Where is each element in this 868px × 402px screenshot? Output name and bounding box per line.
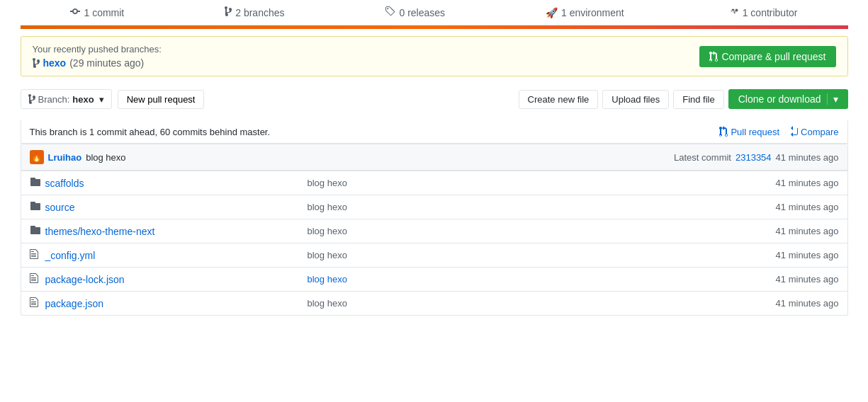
table-row: _config.ymlblog hexo41 minutes ago: [21, 243, 847, 267]
table-row: scaffoldsblog hexo41 minutes ago: [21, 171, 847, 195]
releases-label: 0 releases: [399, 7, 445, 18]
recently-pushed-banner: Your recently pushed branches: hexo (29 …: [21, 36, 848, 76]
branch-status-message: This branch is 1 commit ahead, 60 commit…: [30, 127, 271, 137]
file-commit-message: blog hexo: [308, 298, 733, 309]
environment-stat[interactable]: 🚀 1 environment: [546, 7, 624, 18]
compare-pull-request-button[interactable]: Compare & pull request: [699, 46, 835, 67]
file-list: scaffoldsblog hexo41 minutes agosourcebl…: [21, 171, 848, 316]
file-time: 41 minutes ago: [733, 226, 839, 236]
branch-status-bar: This branch is 1 commit ahead, 60 commit…: [21, 120, 848, 144]
file-icon: [30, 297, 45, 310]
file-time: 41 minutes ago: [733, 274, 839, 285]
upload-files-button[interactable]: Upload files: [602, 90, 669, 109]
create-new-file-button[interactable]: Create new file: [519, 90, 599, 109]
upload-files-label: Upload files: [611, 94, 660, 105]
file-commit-message[interactable]: blog hexo: [308, 274, 733, 285]
commit-icon: [70, 6, 80, 19]
pull-request-link[interactable]: Pull request: [719, 126, 779, 137]
file-icon: [30, 248, 45, 262]
current-branch: hexo: [72, 94, 94, 105]
pushed-branch-name: hexo: [43, 57, 67, 69]
file-commit-message: blog hexo: [308, 250, 733, 260]
file-time: 41 minutes ago: [733, 178, 839, 188]
branch-dropdown-icon: ▾: [99, 94, 104, 105]
folder-icon: [30, 176, 45, 190]
pushed-branch-time: (29 minutes ago): [69, 57, 144, 69]
rocket-icon: 🚀: [546, 7, 558, 18]
repo-stats-bar: 1 commit 2 branches 0 releases 🚀 1 envir…: [21, 0, 848, 25]
table-row: package-lock.jsonblog hexo41 minutes ago: [21, 267, 847, 291]
commit-info-left: 🔥 Lruihao blog hexo: [30, 150, 126, 164]
people-icon: [725, 6, 739, 19]
clone-or-download-button[interactable]: Clone or download ▾: [728, 89, 848, 109]
file-toolbar: Branch: hexo ▾ New pull request Create n…: [21, 84, 848, 115]
pull-request-label: Pull request: [731, 127, 779, 137]
compare-label: Compare: [801, 127, 838, 137]
contributor-label: 1 contributor: [743, 7, 798, 18]
compare-pr-label: Compare & pull request: [721, 51, 825, 62]
folder-icon: [30, 224, 45, 238]
recently-pushed-branch: hexo (29 minutes ago): [33, 57, 162, 69]
clone-dropdown-caret: ▾: [827, 93, 838, 105]
clone-download-label: Clone or download: [738, 93, 821, 105]
branch-selector[interactable]: Branch: hexo ▾: [21, 89, 112, 109]
commit-hash-link[interactable]: 2313354: [735, 152, 772, 163]
contributor-stat[interactable]: 1 contributor: [725, 6, 798, 19]
branch-status-actions: Pull request Compare: [719, 126, 838, 137]
branches-stat[interactable]: 2 branches: [225, 6, 284, 19]
progress-bar: [21, 25, 848, 29]
branch-icon: [225, 6, 232, 19]
file-commit-message: blog hexo: [308, 202, 733, 212]
file-name[interactable]: _config.yml: [45, 250, 308, 261]
file-commit-message: blog hexo: [308, 178, 733, 188]
latest-commit-row: 🔥 Lruihao blog hexo Latest commit 231335…: [21, 144, 848, 171]
file-name[interactable]: package.json: [45, 298, 308, 309]
new-pr-label: New pull request: [127, 94, 196, 105]
file-name[interactable]: themes/hexo-theme-next: [45, 226, 308, 237]
commit-author-link[interactable]: Lruihao: [48, 152, 82, 163]
file-time: 41 minutes ago: [733, 250, 839, 260]
compare-link[interactable]: Compare: [788, 126, 838, 137]
file-commit-message: blog hexo: [308, 226, 733, 236]
file-name[interactable]: scaffolds: [45, 178, 308, 189]
latest-commit-prefix: Latest commit: [674, 152, 731, 163]
table-row: package.jsonblog hexo41 minutes ago: [21, 291, 847, 315]
file-icon: [30, 272, 45, 286]
environment-label: 1 environment: [561, 7, 624, 18]
find-file-button[interactable]: Find file: [673, 90, 724, 109]
tag-icon: [385, 6, 395, 19]
branches-label: 2 branches: [235, 7, 284, 18]
find-file-label: Find file: [682, 94, 715, 105]
file-name[interactable]: package-lock.json: [45, 274, 308, 285]
file-time: 41 minutes ago: [733, 298, 839, 309]
table-row: themes/hexo-theme-nextblog hexo41 minute…: [21, 219, 847, 243]
file-time: 41 minutes ago: [733, 202, 839, 212]
commits-label: 1 commit: [84, 7, 124, 18]
toolbar-right: Create new file Upload files Find file C…: [519, 89, 848, 109]
folder-icon: [30, 200, 45, 214]
commit-info-right: Latest commit 2313354 41 minutes ago: [674, 152, 838, 163]
toolbar-left: Branch: hexo ▾ New pull request: [21, 89, 205, 109]
commits-stat[interactable]: 1 commit: [70, 6, 124, 19]
recently-pushed-label: Your recently pushed branches:: [33, 44, 162, 54]
table-row: sourceblog hexo41 minutes ago: [21, 195, 847, 219]
author-avatar: 🔥: [30, 150, 44, 164]
file-name[interactable]: source: [45, 202, 308, 213]
create-file-label: Create new file: [528, 94, 590, 105]
commit-time: 41 minutes ago: [776, 152, 839, 163]
branch-label: Branch:: [38, 94, 70, 105]
releases-stat[interactable]: 0 releases: [385, 6, 445, 19]
new-pull-request-button[interactable]: New pull request: [118, 90, 205, 109]
commit-message: blog hexo: [86, 152, 125, 163]
